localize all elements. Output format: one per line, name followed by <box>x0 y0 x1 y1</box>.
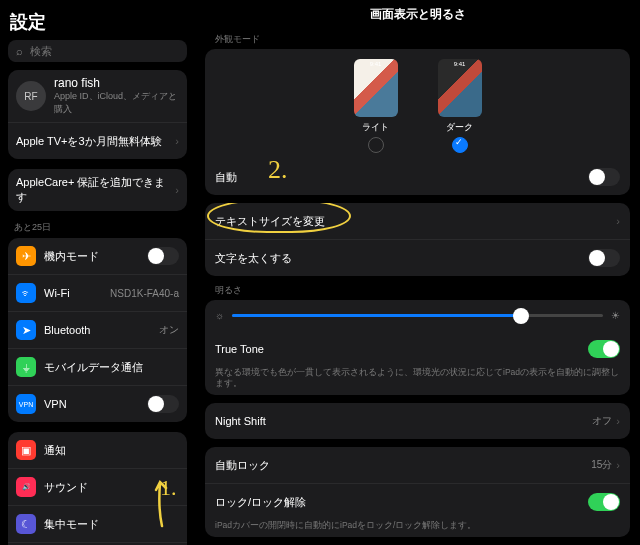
chevron-right-icon: › <box>616 459 620 471</box>
settings-sidebar: 設定 ⌕ RF rano fish Apple ID、iCloud、メディアと購… <box>0 0 195 545</box>
chevron-right-icon: › <box>175 184 179 196</box>
sidebar-item-label: VPN <box>44 398 147 410</box>
sidebar-item-label: モバイルデータ通信 <box>44 360 179 375</box>
app-icon: ᯤ <box>16 283 36 303</box>
avatar: RF <box>16 81 46 111</box>
sun-low-icon: ☼ <box>215 310 224 321</box>
toggle-off-icon[interactable] <box>147 247 179 265</box>
appearance-picker: 9:41 ライト 9:41 ダーク <box>205 49 630 159</box>
page-title: 画面表示と明るさ <box>205 0 630 33</box>
sidebar-item[interactable]: VPNVPN <box>8 385 187 422</box>
toggle-off-icon[interactable] <box>147 395 179 413</box>
sidebar-item-label: サウンド <box>44 480 179 495</box>
sidebar-item-label: Bluetooth <box>44 324 159 336</box>
sidebar-item-value: NSD1K-FA40-a <box>110 288 179 299</box>
truetone-note: 異なる環境でも色が一貫して表示されるように、環境光の状況に応じてiPadの表示を… <box>205 367 630 395</box>
search-icon: ⌕ <box>16 45 23 57</box>
app-icon: ☾ <box>16 514 36 534</box>
account-name: rano fish <box>54 76 179 90</box>
sidebar-item-label: 通知 <box>44 443 179 458</box>
chevron-right-icon: › <box>616 215 620 227</box>
days-left-label: あと25日 <box>14 221 187 234</box>
sidebar-item[interactable]: ▣通知 <box>8 432 187 468</box>
account-row[interactable]: RF rano fish Apple ID、iCloud、メディアと購入 <box>8 70 187 122</box>
lockunlock-row[interactable]: ロック/ロック解除 <box>205 483 630 520</box>
chevron-right-icon: › <box>616 415 620 427</box>
toggle-on-icon[interactable] <box>588 340 620 358</box>
appearance-light[interactable]: 9:41 ライト <box>354 59 398 153</box>
truetone-row[interactable]: True Tone <box>205 331 630 367</box>
light-thumbnail: 9:41 <box>354 59 398 117</box>
lockunlock-note: iPadカバーの開閉時に自動的にiPadをロック/ロック解除します。 <box>205 520 630 537</box>
radio-unchecked-icon <box>368 137 384 153</box>
applecare-row[interactable]: AppleCare+ 保証を追加できます › <box>8 169 187 211</box>
nightshift-row[interactable]: Night Shift オフ › <box>205 403 630 439</box>
search-field[interactable]: ⌕ <box>8 40 187 62</box>
settings-title: 設定 <box>10 10 187 34</box>
sidebar-item[interactable]: ✈機内モード <box>8 238 187 274</box>
toggle-off-icon[interactable] <box>588 168 620 186</box>
account-sub: Apple ID、iCloud、メディアと購入 <box>54 90 179 116</box>
app-icon: ➤ <box>16 320 36 340</box>
sidebar-item[interactable]: ᯤWi-FiNSD1K-FA40-a <box>8 274 187 311</box>
sidebar-item[interactable]: ⏚モバイルデータ通信 <box>8 348 187 385</box>
sidebar-item[interactable]: ☾集中モード <box>8 505 187 542</box>
app-icon: VPN <box>16 394 36 414</box>
sidebar-item[interactable]: 🔊サウンド <box>8 468 187 505</box>
auto-appearance-row[interactable]: 自動 <box>205 159 630 195</box>
toggle-on-icon[interactable] <box>588 493 620 511</box>
appearance-dark[interactable]: 9:41 ダーク <box>438 59 482 153</box>
app-icon: ▣ <box>16 440 36 460</box>
bold-text-row[interactable]: 文字を太くする <box>205 239 630 276</box>
brightness-slider[interactable] <box>232 314 603 317</box>
app-icon: ⏚ <box>16 357 36 377</box>
main-panel: 画面表示と明るさ 外観モード 9:41 ライト 9:41 ダーク 自動 <box>195 0 640 545</box>
sidebar-item-label: 集中モード <box>44 517 179 532</box>
search-input[interactable] <box>28 44 179 58</box>
app-icon: ✈ <box>16 246 36 266</box>
appearance-group-label: 外観モード <box>215 33 630 46</box>
chevron-right-icon: › <box>175 135 179 147</box>
sidebar-item-value: オン <box>159 323 179 337</box>
dark-thumbnail: 9:41 <box>438 59 482 117</box>
autolock-row[interactable]: 自動ロック 15分 › <box>205 447 630 483</box>
slider-knob[interactable] <box>513 308 529 324</box>
brightness-slider-row: ☼ ☀ <box>205 300 630 331</box>
radio-checked-icon <box>452 137 468 153</box>
sidebar-item-label: Wi-Fi <box>44 287 110 299</box>
tv-promo-row[interactable]: Apple TV+を3か月間無料体験 › <box>8 122 187 159</box>
sidebar-item[interactable]: ➤Bluetoothオン <box>8 311 187 348</box>
toggle-off-icon[interactable] <box>588 249 620 267</box>
sun-high-icon: ☀ <box>611 310 620 321</box>
app-icon: 🔊 <box>16 477 36 497</box>
sidebar-item-label: 機内モード <box>44 249 147 264</box>
text-size-row[interactable]: テキストサイズを変更 › <box>205 203 630 239</box>
brightness-group-label: 明るさ <box>215 284 630 297</box>
